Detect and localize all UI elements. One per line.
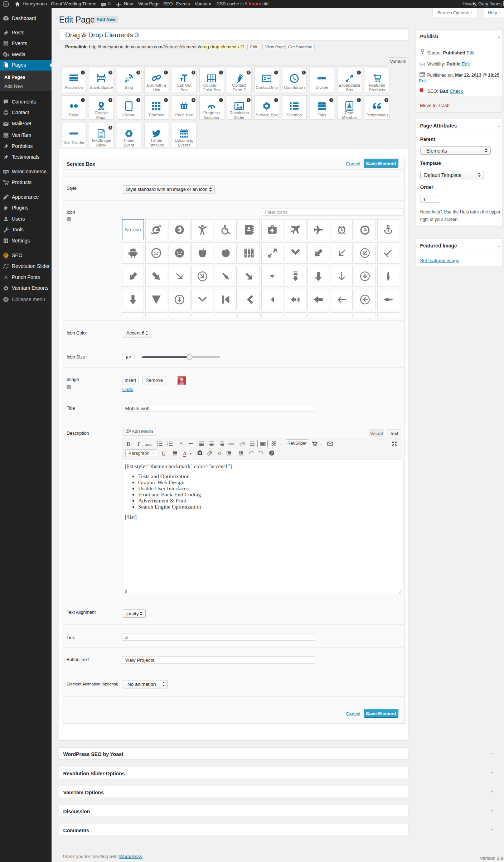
svg-text:W: W [4, 3, 8, 6]
svg-text:?: ? [271, 451, 273, 455]
svg-text:2: 2 [167, 443, 169, 445]
svg-text:A: A [4, 274, 8, 280]
svg-text:WOO: WOO [4, 170, 9, 173]
